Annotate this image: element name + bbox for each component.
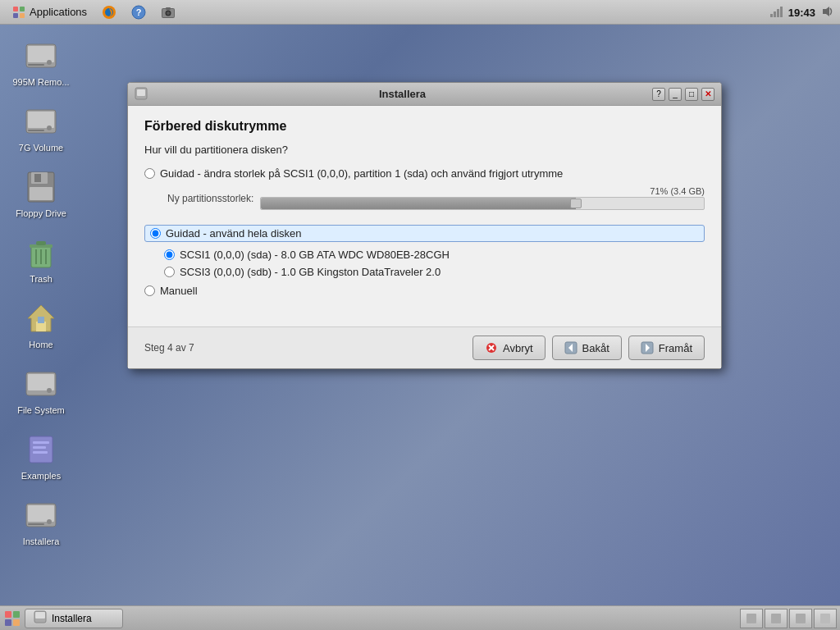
slider-label: Ny partitionsstorlek: [167, 193, 253, 204]
svg-rect-44 [33, 446, 46, 449]
sub-option-scsi1[interactable]: SCSI1 (0,0,0) (sda) - 8.0 GB ATA WDC WD8… [164, 249, 705, 261]
desktop-icon-label-995m: 995M Remo... [12, 77, 69, 87]
taskbar-window-btn[interactable]: Installera [25, 609, 123, 628]
desktop-icons: 995M Remo... 7G Volume [8, 33, 74, 550]
svg-rect-67 [796, 614, 806, 623]
forward-button[interactable]: Framåt [628, 336, 705, 360]
firefox-icon [102, 5, 116, 20]
help-menu-item[interactable]: ? [126, 3, 151, 21]
svg-rect-65 [746, 614, 756, 623]
desktop-icon-995m[interactable]: 995M Remo... [8, 33, 74, 90]
dialog-question: Hur vill du partitionera disken? [144, 144, 705, 156]
install-icon [21, 495, 61, 535]
back-label: Bakåt [582, 342, 609, 354]
volume-icon [820, 5, 833, 21]
svg-point-41 [47, 388, 52, 393]
svg-point-48 [47, 519, 52, 524]
sub-option-scsi3-radio[interactable] [164, 267, 175, 277]
forward-label: Framåt [659, 342, 692, 354]
option-manual-radio[interactable] [144, 285, 155, 296]
sub-option-scsi1-radio[interactable] [164, 249, 175, 260]
svg-rect-68 [820, 614, 830, 623]
desktop-icon-examples[interactable]: Examples [8, 427, 74, 484]
svg-rect-60 [13, 611, 20, 618]
camera-icon [161, 5, 176, 20]
taskbar-right-btn4[interactable] [814, 609, 837, 628]
svg-rect-62 [13, 619, 20, 626]
taskbar: Installera [0, 605, 840, 630]
desktop-icon-floppy[interactable]: Floppy Drive [8, 164, 74, 221]
svg-point-24 [47, 126, 52, 130]
partition-options: Guidad - ändra storlek på SCSI1 (0,0,0),… [144, 167, 705, 297]
desktop-icon-7g[interactable]: 7G Volume [8, 98, 74, 156]
install-dialog: Installera ? _ □ ✕ Förbered diskutrymme … [127, 82, 722, 369]
option-guided-whole-disk-label: Guidad - använd hela disken [166, 227, 302, 240]
desktop-icon-trash[interactable]: Trash [8, 230, 74, 287]
svg-rect-47 [28, 505, 54, 522]
svg-rect-19 [28, 46, 54, 62]
svg-rect-61 [5, 619, 11, 626]
back-button[interactable]: Bakåt [552, 336, 622, 360]
svg-rect-42 [30, 436, 52, 463]
sub-option-scsi3-label: SCSI3 (0,0,0) (sdb) - 1.0 GB Kingston Da… [180, 266, 441, 278]
dialog-title-icon [135, 87, 149, 102]
svg-rect-21 [28, 64, 44, 66]
svg-rect-59 [5, 611, 11, 618]
option-guided-whole-disk[interactable]: Guidad - använd hela disken [144, 225, 705, 242]
dialog-minimize-btn[interactable]: _ [669, 88, 682, 101]
dialog-titlebar: Installera ? _ □ ✕ [128, 83, 721, 106]
svg-rect-32 [36, 241, 46, 245]
desktop-icon-installera[interactable]: Installera [8, 492, 74, 550]
install-taskbar-icon [34, 610, 47, 626]
desktop-icon-home[interactable]: Home [8, 295, 74, 353]
floppy-icon [21, 167, 61, 207]
desktop-icon-label-filesystem: File System [17, 405, 64, 415]
option-guided-whole-disk-radio[interactable] [150, 228, 161, 239]
forward-icon [641, 341, 654, 354]
svg-point-11 [167, 11, 170, 15]
firefox-menu-item[interactable] [97, 3, 121, 21]
dialog-help-btn[interactable]: ? [652, 88, 665, 101]
option-guided-resize-label: Guidad - ändra storlek på SCSI1 (0,0,0),… [160, 167, 563, 180]
trash-icon [21, 233, 61, 272]
desktop-icon-label-examples: Examples [21, 471, 61, 481]
taskbar-right-btn2[interactable] [765, 609, 788, 628]
menubar: Applications ? 19:43 [0, 0, 840, 25]
svg-rect-38 [38, 317, 44, 323]
desktop-icon-label-trash: Trash [30, 274, 52, 284]
svg-rect-25 [28, 130, 44, 131]
systray: 19:43 [762, 0, 840, 25]
option-manual-label: Manuell [160, 285, 198, 297]
svg-rect-14 [774, 11, 776, 17]
desktop-icon-label-installera: Installera [23, 536, 60, 546]
svg-rect-16 [780, 7, 783, 17]
option-manual[interactable]: Manuell [144, 285, 705, 297]
camera-menu-item[interactable] [156, 3, 180, 21]
dialog-footer: Steg 4 av 7 Avbryt Bakåt [128, 326, 721, 368]
svg-text:?: ? [136, 7, 142, 17]
dialog-close-btn[interactable]: ✕ [701, 88, 714, 101]
applications-menu[interactable]: Applications [7, 3, 92, 21]
desktop-icon-filesystem[interactable]: File System [8, 361, 74, 418]
examples-icon [21, 430, 61, 469]
dialog-titlebar-icons: ? _ □ ✕ [652, 88, 714, 101]
taskbar-apps-icon[interactable] [3, 609, 21, 628]
svg-rect-45 [33, 451, 48, 454]
taskbar-right-btn1[interactable] [740, 609, 763, 628]
slider-area: Ny partitionsstorlek: 71% (3.4 GB) [167, 186, 705, 212]
taskbar-right-btn3[interactable] [789, 609, 812, 628]
dialog-maximize-btn[interactable]: □ [685, 88, 698, 101]
option-guided-resize[interactable]: Guidad - ändra storlek på SCSI1 (0,0,0),… [144, 167, 705, 180]
svg-rect-2 [13, 13, 18, 18]
sub-option-scsi3[interactable]: SCSI3 (0,0,0) (sdb) - 1.0 GB Kingston Da… [164, 266, 705, 278]
svg-marker-17 [823, 7, 829, 16]
option-guided-resize-radio[interactable] [144, 168, 155, 179]
svg-rect-3 [20, 13, 25, 18]
svg-rect-66 [771, 614, 781, 623]
cancel-button[interactable]: Avbryt [472, 336, 546, 360]
back-icon [564, 341, 578, 354]
filesystem-icon [21, 364, 61, 404]
slider-percent: 71% (3.4 GB) [260, 186, 705, 196]
desktop-icon-label-7g: 7G Volume [19, 143, 63, 153]
network-icon [769, 4, 783, 21]
